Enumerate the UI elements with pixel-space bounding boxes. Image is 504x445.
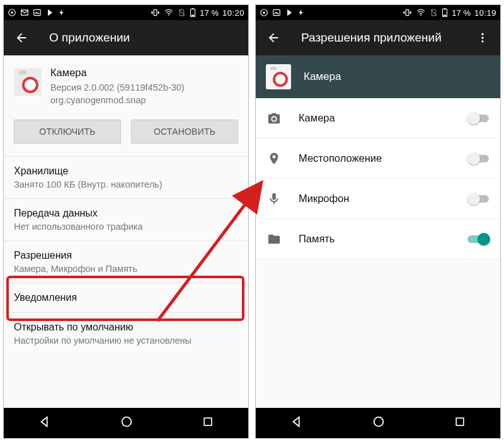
content-left: Камера Версия 2.0.002 (59119f452b-30) or… bbox=[4, 55, 248, 408]
permissions-header-label: Камера bbox=[304, 70, 341, 83]
storage-icon bbox=[266, 232, 282, 246]
camera-app-icon-r bbox=[266, 64, 291, 89]
permission-row-mic[interactable]: Микрофон bbox=[256, 179, 500, 219]
app-info-block: Камера Версия 2.0.002 (59119f452b-30) or… bbox=[4, 55, 248, 116]
nav-back[interactable] bbox=[38, 415, 52, 431]
camera-app-icon bbox=[14, 68, 42, 96]
svg-point-1 bbox=[11, 11, 13, 14]
mail-icon bbox=[20, 8, 29, 17]
circle-home-icon bbox=[372, 415, 386, 429]
phone-left: 17 % 10:20 О приложении Камера Версия 2.… bbox=[3, 4, 249, 439]
svg-point-19 bbox=[481, 37, 483, 38]
permission-row-storage[interactable]: Память bbox=[256, 219, 500, 259]
nav-home[interactable] bbox=[120, 415, 134, 431]
triangle-back-icon bbox=[290, 415, 304, 429]
nav-back-r[interactable] bbox=[290, 415, 304, 431]
nav-bar bbox=[4, 408, 248, 438]
triangle-back-icon bbox=[38, 415, 52, 429]
item-notifications-title: Уведомления bbox=[14, 292, 238, 303]
permission-toggle[interactable] bbox=[467, 193, 490, 205]
permissions-header: Камера bbox=[256, 55, 500, 98]
circle-home-icon bbox=[120, 415, 134, 429]
app-version: Версия 2.0.002 (59119f452b-30) bbox=[50, 81, 185, 94]
camera-icon bbox=[266, 111, 282, 125]
item-defaults-title: Открывать по умолчанию bbox=[14, 322, 238, 333]
nav-bar-r bbox=[256, 408, 500, 438]
overflow-button[interactable] bbox=[470, 25, 495, 50]
nav-recent[interactable] bbox=[202, 415, 214, 431]
location-icon bbox=[266, 152, 282, 166]
notif2-icon bbox=[45, 8, 54, 17]
permission-label: Память bbox=[299, 233, 451, 245]
nav-recent-r[interactable] bbox=[454, 415, 466, 431]
item-storage-sub: Занято 100 КБ (Внутр. накопитель) bbox=[14, 179, 238, 189]
back-button[interactable] bbox=[9, 25, 34, 50]
appbar-title: О приложении bbox=[49, 31, 243, 45]
permission-toggle[interactable] bbox=[467, 152, 490, 165]
wifi-icon bbox=[164, 8, 174, 17]
item-data-sub: Нет использованного трафика bbox=[14, 222, 238, 232]
item-permissions-sub: Камера, Микрофон и Память bbox=[14, 264, 238, 274]
battery-text-r: 17 % bbox=[452, 8, 471, 18]
wifi-icon bbox=[416, 8, 426, 17]
back-button-r[interactable] bbox=[261, 25, 286, 50]
notif-icon bbox=[260, 8, 268, 17]
item-storage[interactable]: Хранилище Занято 100 КБ (Внутр. накопите… bbox=[4, 156, 248, 198]
item-data[interactable]: Передача данных Нет использованного траф… bbox=[4, 198, 248, 240]
svg-point-20 bbox=[481, 40, 483, 42]
item-storage-title: Хранилище bbox=[14, 166, 238, 177]
vibrate-icon bbox=[403, 8, 412, 17]
content-right: Камера КамераМестоположениеМикрофонПамят… bbox=[256, 55, 500, 408]
app-name: Камера bbox=[50, 67, 185, 79]
more-vert-icon bbox=[476, 31, 489, 44]
svg-rect-22 bbox=[456, 418, 464, 425]
svg-point-14 bbox=[420, 14, 421, 16]
svg-point-21 bbox=[374, 417, 384, 427]
bolt-icon bbox=[58, 8, 66, 17]
vibrate-icon bbox=[151, 8, 160, 17]
arrow-back-icon bbox=[14, 31, 28, 45]
permission-toggle[interactable] bbox=[467, 233, 490, 245]
svg-rect-7 bbox=[192, 15, 195, 16]
permission-label: Микрофон bbox=[299, 193, 451, 205]
item-notifications[interactable]: Уведомления bbox=[4, 283, 248, 312]
stop-button[interactable]: ОСТАНОВИТЬ bbox=[131, 120, 238, 144]
bolt-icon bbox=[297, 8, 305, 17]
image-icon bbox=[33, 8, 42, 17]
svg-rect-17 bbox=[444, 15, 447, 16]
image-icon bbox=[272, 8, 281, 17]
svg-rect-13 bbox=[406, 9, 409, 15]
app-bar: О приложении bbox=[4, 20, 248, 55]
appbar-title-r: Разрешения приложений bbox=[301, 31, 455, 45]
status-bar-r: 17 % 10:19 bbox=[256, 5, 500, 20]
item-defaults-sub: Настройки по умолчанию не установлены bbox=[14, 335, 238, 346]
permission-toggle[interactable] bbox=[467, 112, 490, 125]
nav-home-r[interactable] bbox=[372, 415, 386, 431]
item-defaults[interactable]: Открывать по умолчанию Настройки по умол… bbox=[4, 312, 248, 354]
nosim-icon bbox=[430, 8, 438, 17]
app-bar-r: Разрешения приложений bbox=[256, 20, 500, 55]
arrow-back-icon bbox=[266, 31, 280, 45]
svg-point-4 bbox=[168, 14, 169, 16]
svg-point-8 bbox=[122, 417, 132, 427]
permission-label: Камера bbox=[299, 112, 451, 124]
permission-row-camera[interactable]: Камера bbox=[256, 98, 500, 138]
notif-icon bbox=[8, 8, 16, 17]
svg-rect-3 bbox=[154, 9, 157, 15]
battery-icon bbox=[442, 8, 448, 17]
app-package: org.cyanogenmod.snap bbox=[50, 94, 185, 106]
svg-point-18 bbox=[481, 33, 483, 35]
permission-row-location[interactable]: Местоположение bbox=[256, 138, 500, 179]
disable-button[interactable]: ОТКЛЮЧИТЬ bbox=[14, 120, 121, 144]
svg-rect-9 bbox=[204, 418, 212, 425]
nosim-icon bbox=[178, 8, 186, 17]
clock-text-r: 10:19 bbox=[474, 8, 496, 18]
item-permissions[interactable]: Разрешения Камера, Микрофон и Память bbox=[4, 240, 248, 283]
status-bar: 17 % 10:20 bbox=[4, 5, 248, 20]
phone-right: 17 % 10:19 Разрешения приложений Камера … bbox=[255, 4, 501, 439]
battery-icon bbox=[190, 8, 196, 17]
notif2-icon bbox=[285, 8, 294, 17]
item-data-title: Передача данных bbox=[14, 208, 238, 219]
clock-text: 10:20 bbox=[222, 8, 244, 18]
svg-rect-16 bbox=[444, 8, 446, 9]
